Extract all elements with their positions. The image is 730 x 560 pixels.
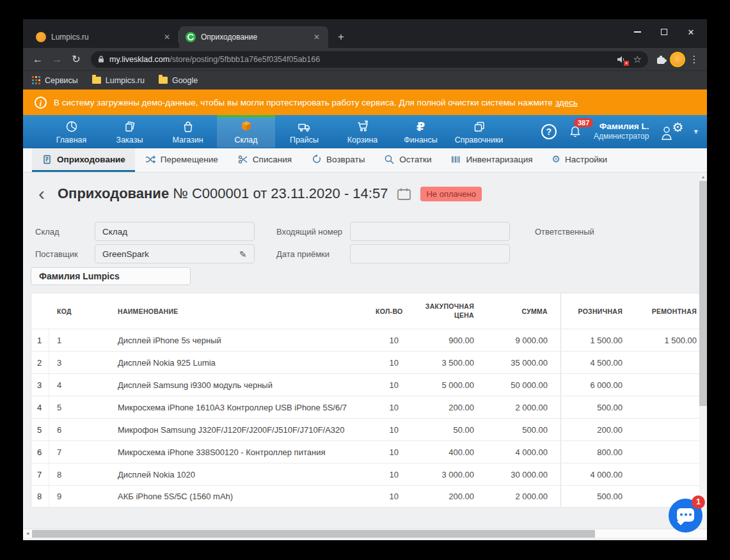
items-table: КОД НАИМЕНОВАНИЕ КОЛ-ВО ЗАКУПОЧНАЯ ЦЕНА … [31, 293, 707, 508]
vertical-scrollbar[interactable]: ▴ [699, 173, 707, 529]
chat-widget-button[interactable]: 1 [669, 499, 702, 533]
tab-oprihodovanie[interactable]: Оприходование ✕ [179, 26, 328, 48]
scroll-left-icon[interactable]: ◂ [23, 529, 32, 538]
pencil-icon[interactable]: ✎ [239, 249, 247, 260]
subnav-returns[interactable]: Возвраты [301, 148, 374, 172]
main-nav-right: ? 387 Фамилия L. Администратор ⚙ ▾ [541, 115, 707, 148]
acceptance-date-input[interactable] [350, 244, 510, 263]
warehouse-input[interactable] [95, 222, 255, 241]
table-row[interactable]: 89АКБ iPhone 5S/5C (1560 mAh)10200.002 0… [31, 485, 707, 508]
bookmark-label: Google [172, 76, 198, 85]
table-row[interactable]: 78Дисплей Nokia 1020103 000.0030 000.004… [31, 463, 707, 485]
chevron-down-icon[interactable]: ▾ [694, 127, 698, 136]
pie-chart-icon [65, 120, 79, 134]
subnav-label: Инвентаризация [466, 155, 532, 164]
name-cell: Дисплей Samsung i9300 модуль черный [110, 380, 368, 390]
nav-label: Прайсы [290, 136, 319, 144]
nav-item-references[interactable]: Справочники [450, 115, 508, 148]
qty-cell: 10 [368, 470, 406, 479]
tab-lumpics[interactable]: Lumpics.ru ✕ [29, 26, 179, 48]
profile-settings-icon[interactable]: ⚙ [660, 122, 682, 141]
row-number-cell: 5 [31, 419, 49, 440]
magnifier-icon [384, 154, 395, 165]
url-bar[interactable]: my.livesklad.com/store/posting/5fbbb1a76… [91, 51, 648, 68]
nav-item-finance[interactable]: ₽ Финансы [392, 115, 450, 148]
extensions-puzzle-icon[interactable] [655, 53, 667, 66]
vertical-scrollbar-thumb[interactable] [699, 181, 707, 406]
status-badge: Не оплачено [420, 187, 481, 201]
scroll-up-icon[interactable]: ▴ [699, 173, 707, 181]
employee-tag[interactable]: Фамилия Lumpics [31, 267, 191, 285]
clear-system-link[interactable]: здесь [555, 98, 578, 107]
nav-item-prices[interactable]: Прайсы [275, 115, 333, 148]
price-cell: 5 000.00 [406, 380, 482, 390]
browser-menu-icon[interactable]: ⋮ [688, 54, 701, 65]
qty-cell: 10 [368, 358, 406, 368]
price-cell: 50.00 [406, 425, 482, 435]
horizontal-scrollbar[interactable]: ◂ [23, 529, 707, 538]
qty-cell: 10 [368, 492, 406, 501]
calendar-icon[interactable] [397, 187, 411, 201]
back-icon[interactable]: ← [29, 51, 46, 68]
tab-muted-icon[interactable]: ✕ [617, 55, 627, 64]
incoming-number-input[interactable] [350, 222, 510, 241]
table-row[interactable]: 23Дисплей Nokia 925 Lumia103 500.0035 00… [31, 351, 707, 373]
subnav-writeoffs[interactable]: Списания [228, 148, 301, 172]
bookmark-label: Сервисы [45, 76, 78, 85]
nav-item-warehouse[interactable]: Склад [217, 115, 275, 148]
reload-icon[interactable]: ↻ [68, 51, 84, 68]
retail-cell: 6 000.00 [560, 374, 630, 396]
subnav-posting[interactable]: Оприходование [32, 148, 135, 172]
subnav-stock[interactable]: Остатки [374, 148, 441, 172]
bookmark-services[interactable]: Сервисы [32, 76, 78, 85]
table-row[interactable]: 11Дисплей iPhone 5s черный10900.009 000.… [31, 329, 707, 351]
subnav-transfer[interactable]: Перемещение [135, 148, 228, 172]
user-block[interactable]: Фамилия L. Администратор [594, 121, 649, 142]
table-row[interactable]: 34Дисплей Samsung i9300 модуль черный105… [31, 373, 707, 396]
help-icon[interactable]: ? [541, 124, 557, 139]
code-cell: 5 [49, 403, 110, 412]
row-number-cell: 4 [31, 396, 49, 418]
bookmark-folder-lumpics[interactable]: Lumpics.ru [92, 76, 145, 85]
new-tab-button[interactable]: + [332, 28, 350, 46]
subnav-inventory[interactable]: Инвентаризация [441, 148, 542, 172]
row-number-cell: 6 [31, 441, 49, 463]
supplier-input[interactable] [95, 244, 255, 263]
repair-cell: 1 500.00 [630, 336, 704, 345]
nav-item-main[interactable]: Главная [42, 115, 100, 148]
tab-close-icon[interactable]: ✕ [162, 32, 172, 42]
return-arrow-icon [311, 154, 322, 165]
qty-cell: 10 [368, 380, 406, 390]
nav-label: Финансы [404, 136, 437, 144]
maximize-button[interactable] [651, 23, 678, 41]
back-chevron-icon[interactable]: ‹ [35, 185, 49, 202]
nav-item-cart[interactable]: Корзина [333, 115, 392, 148]
qty-cell: 10 [368, 403, 406, 412]
browser-window: Lumpics.ru ✕ Оприходование ✕ + ✕ ← → ↻ m… [23, 19, 707, 540]
nav-item-orders[interactable]: Заказы [100, 115, 159, 148]
url-text: my.livesklad.com/store/posting/5fbbb1a76… [109, 55, 320, 64]
minimize-button[interactable] [624, 23, 651, 41]
table-row[interactable]: 67Микросхема iPhone 338S00120 - Контролл… [31, 440, 707, 463]
nav-label: Заказы [116, 136, 143, 144]
table-row[interactable]: 56Микрофон Samsung J320F/J120F/J200F/J51… [31, 418, 707, 440]
nav-item-store[interactable]: Магазин [159, 115, 217, 148]
horizontal-scrollbar-thumb[interactable] [32, 530, 595, 538]
folder-icon [159, 77, 168, 84]
price-cell: 3 000.00 [406, 470, 482, 479]
row-number-header [31, 293, 49, 329]
profile-avatar[interactable] [670, 52, 685, 67]
notifications-bell[interactable]: 387 [568, 124, 582, 139]
close-button[interactable]: ✕ [678, 23, 704, 41]
url-path: /store/posting/5fbbb1a76e5f0354f05ab166 [170, 55, 320, 64]
subnav-settings[interactable]: ⚙ Настройки [543, 148, 617, 172]
tab-close-icon[interactable]: ✕ [312, 32, 322, 42]
notifications-count-badge: 387 [574, 118, 593, 127]
table-row[interactable]: 45Микросхема iPhone 1610A3 Контроллер US… [31, 396, 707, 418]
forward-icon[interactable]: → [49, 51, 65, 68]
name-header: НАИМЕНОВАНИЕ [110, 307, 368, 315]
bookmark-star-icon[interactable]: ☆ [633, 54, 642, 65]
livesklad-favicon-icon [186, 32, 196, 42]
code-cell: 9 [49, 492, 110, 501]
bookmark-folder-google[interactable]: Google [159, 76, 198, 85]
